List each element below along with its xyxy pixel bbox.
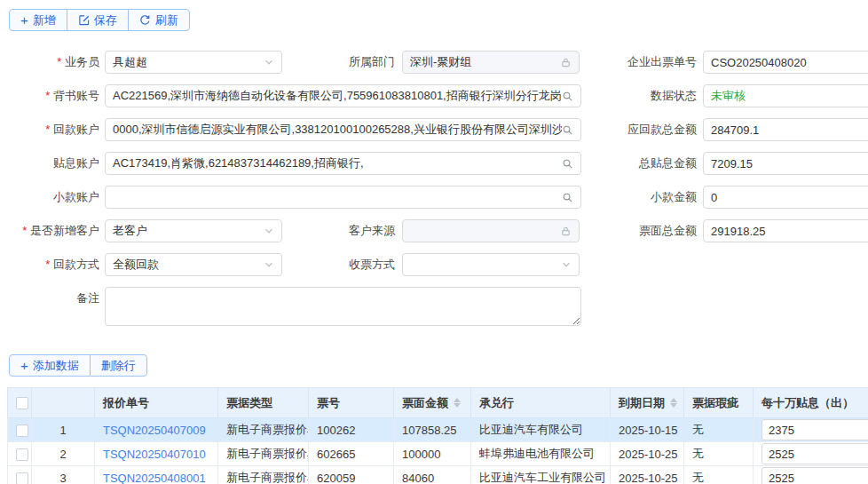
face-total-input[interactable]: 291918.25 (703, 219, 868, 242)
discount-input[interactable] (761, 467, 868, 484)
endorse-account-input[interactable]: AC221569,深圳市海纳德自动化设备有限公司,755961083810801… (105, 84, 581, 107)
quote-no-link[interactable]: TSQN20250407009 (103, 424, 206, 437)
discount-input[interactable] (761, 419, 868, 440)
column-header-bill-type: 票据类型 (218, 388, 309, 418)
discount-total-label: 总贴息金额 (581, 152, 697, 175)
endorse-account-label: 背书账号 (7, 84, 99, 107)
petty-amount-label: 小款金额 (581, 186, 697, 209)
column-header-bill-no: 票号 (309, 388, 394, 418)
discount-input[interactable] (761, 443, 868, 464)
form-row: 业务员 具超超 所属部门 深圳-聚财组 企业出票单号 CSO2025040802… (7, 51, 868, 74)
face-total-label: 票面总金额 (580, 219, 697, 242)
due-date-cell: 2025-10-15 (611, 418, 684, 442)
due-date-header-label: 到期日期 (619, 395, 665, 411)
index-column-header (32, 388, 95, 418)
bill-type-cell: 新电子商票报价单 (218, 442, 309, 466)
table-row[interactable]: 1 TSQN20250407009 新电子商票报价单 100262 107858… (8, 418, 868, 442)
quote-no-link[interactable]: TSQN20250408001 (103, 472, 206, 484)
refund-method-select[interactable]: 全额回款 (105, 253, 282, 276)
salesperson-value: 具超超 (113, 54, 264, 70)
form-row: 贴息账户 AC173419,肖紫微,6214837314462189,招商银行,… (7, 152, 868, 175)
bill-no-cell: 620059 (309, 466, 394, 484)
row-checkbox[interactable] (16, 448, 28, 461)
lock-icon (560, 226, 572, 237)
search-icon[interactable] (562, 91, 573, 102)
save-button-label: 保存 (94, 12, 117, 28)
column-header-due-date[interactable]: 到期日期 (611, 388, 684, 418)
petty-amount-input[interactable]: 0 (703, 186, 868, 209)
row-index: 3 (32, 466, 95, 484)
acceptor-cell: 比亚迪汽车有限公司 (471, 418, 611, 442)
receive-method-select[interactable] (402, 253, 580, 276)
add-button-label: 新增 (33, 12, 56, 28)
form-row: 回款账户 0000,深圳市信德启源实业有限公司,3381201001002652… (7, 118, 868, 141)
due-date-cell: 2025-10-25 (611, 466, 684, 484)
bill-type-cell: 新电子商票报价单 (218, 466, 309, 484)
refund-account-value: 0000,深圳市信德启源实业有限公司,338120100100265288,兴业… (113, 122, 562, 138)
petty-account-input[interactable] (105, 186, 581, 209)
acceptor-cell: 比亚迪汽车工业有限公司 (471, 466, 611, 484)
remark-label: 备注 (7, 287, 99, 310)
defect-cell: 无 (684, 466, 754, 484)
detail-table: 报价单号 票据类型 票号 票面金额 承兑行 到期日期 票据瑕疵 每十万贴息（出） (7, 387, 868, 484)
table-row[interactable]: 3 TSQN20250408001 新电子商票报价单 620059 84060 … (8, 466, 868, 484)
is-new-customer-select[interactable]: 老客户 (105, 219, 282, 242)
discount-total-value: 7209.15 (711, 157, 868, 171)
defect-cell: 无 (684, 418, 754, 442)
department-value: 深圳-聚财组 (410, 54, 560, 70)
acceptor-cell: 蚌埠弗迪电池有限公司 (471, 442, 611, 466)
refresh-icon (139, 14, 151, 26)
form-row: 小款账户 小款金额 0 (7, 186, 868, 209)
chevron-down-icon (264, 57, 274, 67)
chevron-down-icon (264, 226, 274, 236)
add-data-button[interactable]: + 添加数据 (9, 354, 91, 377)
salesperson-select[interactable]: 具超超 (105, 51, 282, 74)
petty-amount-value: 0 (711, 191, 868, 204)
enterprise-draft-no-label: 企业出票单号 (580, 51, 697, 74)
form-row: 是否新增客户 老客户 客户来源 票面总金额 291918.25 (7, 219, 868, 242)
quote-no-link[interactable]: TSQN20250407010 (103, 448, 206, 461)
row-index: 1 (32, 418, 95, 442)
column-header-face-amount[interactable]: 票面金额 (394, 388, 471, 418)
face-amount-cell: 107858.25 (394, 418, 471, 442)
search-icon[interactable] (562, 192, 573, 203)
add-button[interactable]: + 新增 (9, 9, 67, 31)
form-row: 备注 (7, 287, 868, 326)
sort-icon[interactable] (670, 398, 677, 408)
refund-account-input[interactable]: 0000,深圳市信德启源实业有限公司,338120100100265288,兴业… (105, 118, 581, 141)
search-icon[interactable] (562, 158, 573, 170)
delete-row-button[interactable]: 删除行 (90, 354, 147, 377)
refund-total-input[interactable]: 284709.1 (703, 118, 868, 141)
customer-source-label: 客户来源 (282, 219, 395, 242)
chevron-down-icon (264, 259, 274, 270)
search-icon[interactable] (562, 124, 573, 136)
plus-icon: + (20, 359, 28, 372)
customer-source-field (402, 219, 580, 242)
row-checkbox[interactable] (16, 424, 28, 437)
bill-no-cell: 602665 (309, 442, 394, 466)
form-row: 回款方式 全额回款 收票方式 (7, 253, 868, 276)
refund-method-label: 回款方式 (7, 253, 99, 276)
column-header-acceptor: 承兑行 (471, 388, 611, 418)
is-new-customer-value: 老客户 (113, 223, 264, 239)
salesperson-label: 业务员 (7, 51, 99, 74)
row-checkbox[interactable] (16, 472, 28, 484)
face-amount-cell: 100000 (394, 442, 471, 466)
page: + 新增 保存 刷新 业务员 具超超 所属部门 (0, 0, 868, 484)
select-all-checkbox[interactable] (16, 397, 28, 409)
save-button[interactable]: 保存 (67, 9, 129, 31)
data-status-value: 未审核 (711, 88, 868, 104)
row-index: 2 (32, 442, 95, 466)
department-field: 深圳-聚财组 (402, 51, 580, 74)
table-row[interactable]: 2 TSQN20250407010 新电子商票报价单 602665 100000… (8, 442, 868, 466)
refresh-button[interactable]: 刷新 (128, 9, 190, 31)
enterprise-draft-no-input[interactable]: CSO20250408020 (703, 51, 868, 74)
face-amount-cell: 84060 (394, 466, 471, 484)
add-data-button-label: 添加数据 (33, 358, 79, 374)
data-status-label: 数据状态 (581, 84, 697, 107)
discount-account-input[interactable]: AC173419,肖紫微,6214837314462189,招商银行, (105, 152, 581, 175)
remark-textarea[interactable] (105, 287, 581, 326)
sort-icon[interactable] (454, 398, 461, 408)
table-header-row: 报价单号 票据类型 票号 票面金额 承兑行 到期日期 票据瑕疵 每十万贴息（出） (8, 388, 868, 418)
discount-total-input[interactable]: 7209.15 (703, 152, 868, 175)
